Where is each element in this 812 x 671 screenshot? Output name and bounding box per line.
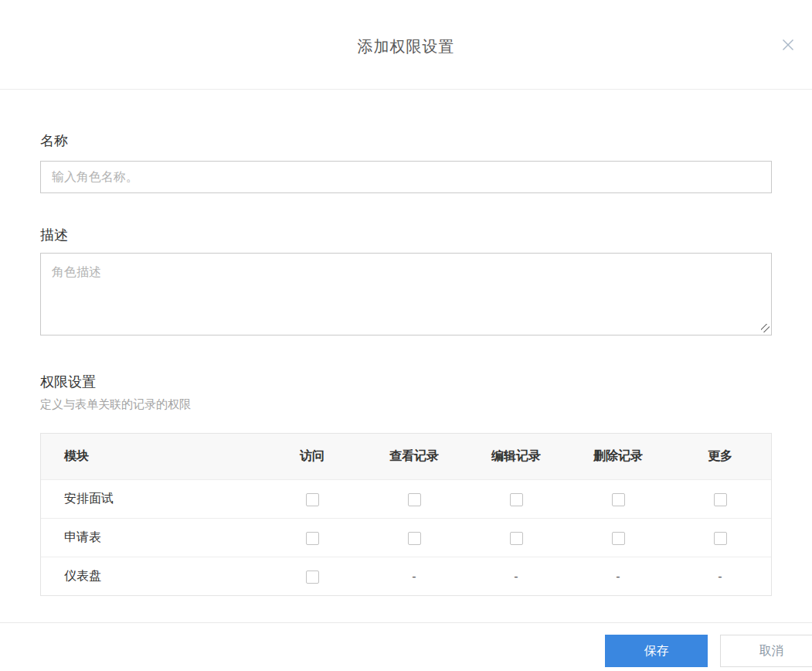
permission-checkbox[interactable] — [306, 571, 319, 584]
close-icon[interactable] — [780, 37, 796, 53]
permission-cell — [261, 530, 363, 544]
dialog-footer: 保存 取消 — [0, 622, 812, 671]
column-header-delete: 删除记录 — [567, 448, 669, 465]
permission-cell-empty: - — [465, 570, 567, 584]
permission-checkbox[interactable] — [714, 493, 727, 506]
add-permission-dialog: 添加权限设置 名称 描述 权限设置 定义与表单关联的记录的权限 模块 访问 查看… — [0, 0, 812, 671]
column-header-access: 访问 — [261, 448, 363, 465]
permission-cell — [567, 492, 669, 506]
description-label: 描述 — [40, 226, 772, 244]
permission-checkbox[interactable] — [612, 532, 625, 545]
permission-cell — [669, 492, 771, 506]
table-header-row: 模块 访问 查看记录 编辑记录 删除记录 更多 — [41, 434, 771, 479]
permission-cell — [363, 492, 465, 506]
role-name-input[interactable] — [40, 161, 772, 193]
permissions-table: 模块 访问 查看记录 编辑记录 删除记录 更多 安排面试申请表仪表盘---- — [40, 433, 772, 596]
description-textarea-wrap — [40, 253, 772, 336]
dialog-header: 添加权限设置 — [0, 0, 812, 90]
permission-checkbox[interactable] — [408, 532, 421, 545]
dialog-body: 名称 描述 权限设置 定义与表单关联的记录的权限 模块 访问 查看记录 编辑记录… — [0, 131, 812, 596]
column-header-more: 更多 — [669, 448, 771, 465]
column-header-edit: 编辑记录 — [465, 448, 567, 465]
column-header-view: 查看记录 — [363, 448, 465, 465]
permission-cell — [261, 569, 363, 583]
permission-cell — [669, 530, 771, 544]
permission-cell — [261, 492, 363, 506]
permission-checkbox[interactable] — [510, 532, 523, 545]
permission-checkbox[interactable] — [510, 493, 523, 506]
permission-checkbox[interactable] — [306, 493, 319, 506]
cancel-button[interactable]: 取消 — [720, 635, 812, 667]
table-row: 申请表 — [41, 518, 771, 557]
permission-cell — [363, 530, 465, 544]
table-row: 仪表盘---- — [41, 557, 771, 595]
permission-checkbox[interactable] — [306, 532, 319, 545]
permission-cell — [465, 530, 567, 544]
permission-checkbox[interactable] — [612, 493, 625, 506]
module-name: 安排面试 — [41, 491, 261, 507]
role-description-textarea[interactable] — [40, 253, 772, 336]
permission-checkbox[interactable] — [408, 493, 421, 506]
dialog-title: 添加权限设置 — [0, 0, 812, 57]
permission-cell-empty: - — [363, 570, 465, 584]
table-row: 安排面试 — [41, 479, 771, 518]
table-body: 安排面试申请表仪表盘---- — [41, 479, 771, 595]
column-header-module: 模块 — [41, 448, 261, 465]
permission-cell — [567, 530, 669, 544]
permissions-section-subtitle: 定义与表单关联的记录的权限 — [40, 397, 772, 412]
permissions-section-title: 权限设置 — [40, 373, 772, 391]
save-button[interactable]: 保存 — [605, 635, 708, 667]
permission-cell-empty: - — [669, 570, 771, 584]
name-label: 名称 — [40, 131, 772, 150]
module-name: 申请表 — [41, 530, 261, 546]
module-name: 仪表盘 — [41, 568, 261, 584]
permission-cell-empty: - — [567, 570, 669, 584]
permission-cell — [465, 492, 567, 506]
permission-checkbox[interactable] — [714, 532, 727, 545]
